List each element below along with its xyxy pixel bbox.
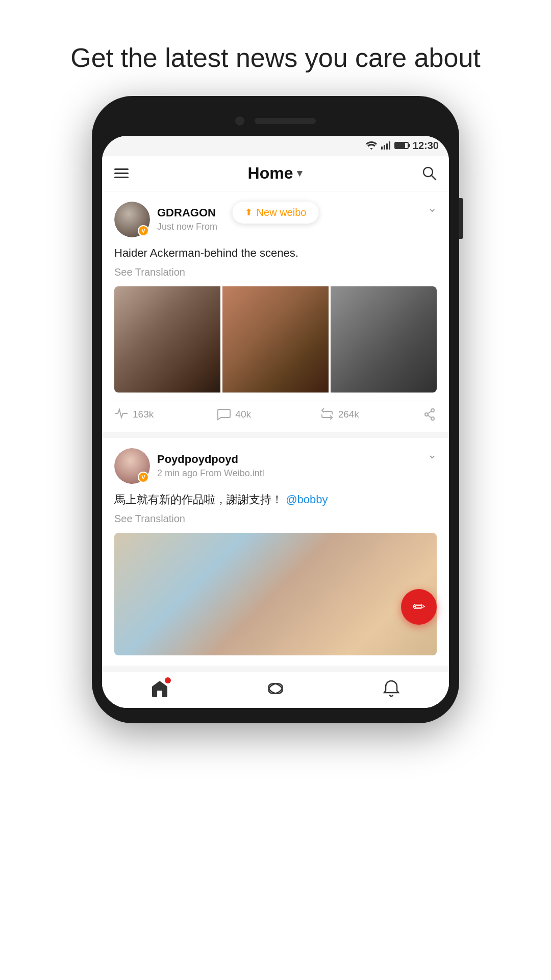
vip-badge-2: V (138, 472, 149, 483)
post-time-2: 2 min ago (157, 468, 197, 478)
svg-rect-11 (157, 691, 162, 697)
comment-icon-1 (217, 407, 231, 422)
post-card-2: V Poydpoydpoyd 2 min ago From Weibo.intl… (102, 438, 449, 666)
phone-speaker (255, 118, 316, 124)
status-time: 12:30 (413, 140, 439, 152)
phone-device: 12:30 Home ▾ (92, 96, 459, 723)
compose-fab[interactable]: ✏ (401, 589, 437, 625)
svg-rect-3 (389, 141, 390, 150)
feed-container: ⬆ New weibo V GDRAGON (102, 191, 449, 708)
svg-line-9 (428, 411, 431, 413)
phone-screen: 12:30 Home ▾ (102, 136, 449, 708)
svg-rect-1 (384, 145, 385, 150)
post-content-2: 馬上就有新的作品啦，謝謝支持！ @bobby (114, 491, 437, 508)
notifications-icon (382, 679, 400, 698)
repost-count-1: 264k (338, 409, 359, 420)
see-translation-1[interactable]: See Translation (114, 266, 437, 278)
header-title[interactable]: Home ▾ (248, 164, 303, 183)
phone-camera (235, 116, 244, 126)
bottom-nav (102, 672, 449, 708)
post-header-2: V Poydpoydpoyd 2 min ago From Weibo.intl… (114, 448, 437, 484)
post-from-2: From Weibo.intl (200, 468, 264, 478)
new-weibo-toast[interactable]: ⬆ New weibo (233, 202, 319, 224)
home-notification-dot (165, 677, 171, 683)
grid-image-1-1 (114, 286, 220, 393)
post-meta-1: Just now From (157, 222, 217, 232)
svg-rect-2 (386, 143, 388, 150)
post-image-visual-2 (114, 533, 437, 655)
vip-badge-1: V (138, 225, 149, 236)
new-weibo-label: New weibo (257, 207, 307, 218)
compose-icon: ✏ (413, 598, 425, 616)
wifi-icon (366, 141, 377, 150)
more-options-icon-1[interactable]: ⌄ (428, 202, 437, 215)
search-icon[interactable] (421, 165, 437, 181)
like-button-1[interactable]: 163k (114, 407, 217, 422)
app-header: Home ▾ (102, 156, 449, 191)
menu-button[interactable] (114, 168, 129, 178)
header-title-text: Home (248, 164, 293, 183)
post-user-info-1: V GDRAGON Just now From (114, 202, 217, 237)
battery-icon (394, 142, 409, 149)
phone-side-button (459, 198, 463, 239)
svg-point-13 (267, 681, 284, 695)
more-options-icon-2[interactable]: ⌄ (428, 448, 437, 461)
nav-notifications[interactable] (382, 679, 400, 698)
status-bar: 12:30 (102, 136, 449, 156)
avatar-1: V (114, 202, 150, 237)
user-details-2: Poydpoydpoyd 2 min ago From Weibo.intl (157, 453, 264, 479)
comment-button-1[interactable]: 40k (217, 407, 319, 422)
image-grid-1 (114, 286, 437, 393)
grid-image-1-3 (331, 286, 437, 393)
avatar-2: V (114, 448, 150, 484)
status-icons: 12:30 (366, 140, 439, 152)
grid-image-1-2 (222, 286, 329, 393)
arrow-up-icon: ⬆ (245, 207, 253, 218)
signal-icon (381, 141, 390, 150)
svg-line-5 (432, 176, 436, 180)
post-user-info-2: V Poydpoydpoyd 2 min ago From Weibo.intl (114, 448, 264, 484)
see-translation-2[interactable]: See Translation (114, 513, 437, 525)
repost-button-1[interactable]: 264k (320, 407, 422, 422)
post-mention-2[interactable]: @bobby (286, 493, 328, 506)
post-from-1: From (196, 222, 217, 232)
post-meta-2: 2 min ago From Weibo.intl (157, 468, 264, 479)
username-1: GDRAGON (157, 206, 217, 219)
post-card-1: V GDRAGON Just now From ⌄ Haider Ackerma… (102, 191, 449, 432)
share-button-1[interactable] (422, 407, 437, 422)
svg-line-10 (428, 415, 431, 418)
post-time-1: Just now (157, 222, 193, 232)
share-icon-1 (422, 407, 437, 422)
svg-rect-0 (381, 146, 383, 150)
nav-home[interactable] (151, 679, 169, 698)
post-image-2 (114, 533, 437, 655)
action-bar-1: 163k 40k (114, 401, 437, 422)
user-details-1: GDRAGON Just now From (157, 206, 217, 232)
like-icon-1 (114, 407, 129, 422)
page-headline: Get the latest news you care about (40, 0, 511, 96)
username-2: Poydpoydpoyd (157, 453, 264, 466)
phone-top-bar (102, 111, 449, 136)
nav-explore[interactable] (266, 679, 285, 698)
like-count-1: 163k (133, 409, 154, 420)
chevron-down-icon: ▾ (297, 167, 302, 179)
post-text-2: 馬上就有新的作品啦，謝謝支持！ (114, 493, 283, 506)
post-content-1: Haider Ackerman-behind the scenes. (114, 244, 437, 261)
repost-icon-1 (320, 407, 334, 422)
explore-icon (266, 679, 285, 698)
comment-count-1: 40k (235, 409, 251, 420)
